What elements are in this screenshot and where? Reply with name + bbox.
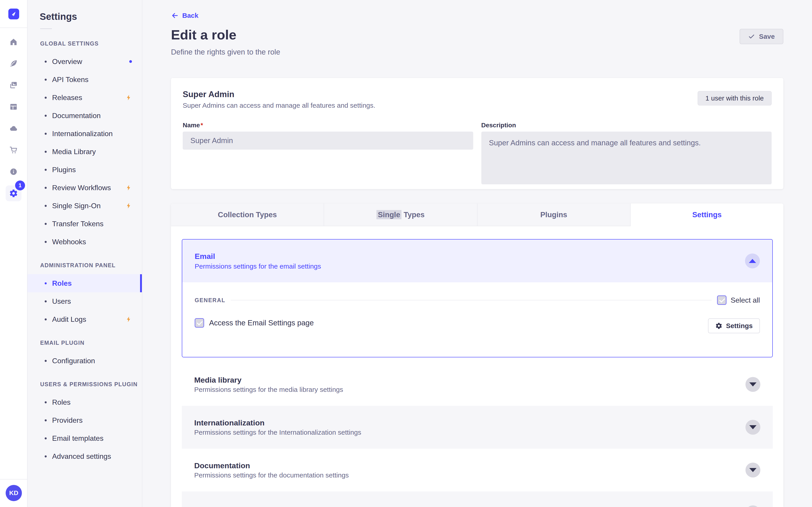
content-type-builder-icon[interactable]	[9, 103, 18, 111]
role-info-card: Super Admin Super Admins can access and …	[171, 78, 783, 189]
notification-dot-icon	[129, 60, 132, 63]
email-panel-title: Email	[195, 252, 772, 261]
save-label: Save	[759, 33, 775, 40]
sidebar-item[interactable]: Advanced settings	[28, 447, 142, 465]
sidebar-item[interactable]: Providers	[28, 411, 142, 429]
sidebar-item-label: Media Library	[52, 148, 96, 156]
email-permissions-panel: Email Permissions settings for the email…	[182, 239, 773, 357]
bullet-dot	[45, 79, 47, 81]
tab-settings[interactable]: Settings	[631, 204, 783, 226]
email-panel-body: GENERAL Select all Access the Email Sett…	[182, 282, 772, 357]
lightning-icon	[125, 203, 132, 209]
sidebar-item[interactable]: Roles	[28, 393, 142, 411]
description-field-group: Description Super Admins can access and …	[481, 122, 772, 185]
home-icon[interactable]	[9, 38, 18, 46]
media-library-icon[interactable]	[9, 81, 18, 90]
tab-single-types[interactable]: Single Types	[324, 204, 477, 226]
sidebar-item-label: Releases	[52, 94, 82, 102]
user-avatar[interactable]: KD	[6, 485, 22, 501]
permissions-tabbar: Collection Types Single Types Plugins Se…	[171, 204, 783, 226]
sidebar-item[interactable]: Releases	[28, 89, 142, 107]
email-settings-button[interactable]: Settings	[708, 319, 760, 333]
bullet-dot	[45, 61, 47, 63]
sidebar-item[interactable]: Plugins	[28, 161, 142, 179]
sidebar-item[interactable]: Audit Logs	[28, 310, 142, 328]
users-permissions-list: Roles Providers Email templates Advanc	[28, 393, 142, 465]
role-description-textarea[interactable]: Super Admins can access and manage all f…	[481, 131, 772, 184]
sidebar-title: Settings	[40, 11, 142, 22]
bullet-dot	[45, 97, 47, 99]
section-label-global-settings: GLOBAL SETTINGS	[40, 40, 142, 47]
access-email-settings-checkbox[interactable]	[195, 318, 204, 328]
permission-row-title: Internationalization	[194, 418, 773, 428]
permissions-row-list: Media library Permissions settings for t…	[182, 363, 773, 507]
bullet-dot	[45, 241, 47, 243]
sidebar-item-label: Roles	[52, 398, 70, 406]
content-manager-feather-icon[interactable]	[9, 59, 18, 68]
section-label-administration-panel: ADMINISTRATION PANEL	[40, 262, 142, 269]
expand-row-button[interactable]	[746, 420, 760, 435]
sidebar-item[interactable]: Roles	[28, 274, 142, 292]
sidebar-item[interactable]: Overview	[28, 53, 142, 70]
sidebar-item[interactable]: Media Library	[28, 143, 142, 161]
chevron-down-icon	[749, 382, 757, 386]
expand-row-button[interactable]	[746, 505, 760, 507]
select-all-checkbox[interactable]	[717, 295, 726, 305]
sidebar-item-label: Users	[52, 297, 71, 305]
bullet-dot	[45, 115, 47, 117]
bullet-dot	[45, 187, 47, 189]
settings-gear-icon[interactable]: 1	[6, 185, 21, 201]
sidebar-item[interactable]: API Tokens	[28, 70, 142, 89]
users-with-role-button[interactable]: 1 user with this role	[698, 91, 772, 105]
sidebar-item[interactable]: Review Workflows	[28, 179, 142, 197]
sidebar-item[interactable]: Users	[28, 292, 142, 310]
info-icon[interactable]	[9, 167, 18, 176]
email-panel-header[interactable]: Email Permissions settings for the email…	[182, 239, 772, 282]
sidebar-item-label: Providers	[52, 416, 83, 425]
bullet-dot	[45, 419, 47, 421]
permission-row-subtitle: Permissions settings for the Internation…	[194, 428, 773, 437]
bullet-dot	[45, 205, 47, 207]
marketplace-cart-icon[interactable]	[9, 146, 18, 154]
section-label-users-permissions-plugin: USERS & PERMISSIONS PLUGIN	[40, 381, 142, 388]
collapse-email-panel-button[interactable]	[745, 253, 760, 268]
sidebar-item-label: Advanced settings	[52, 452, 111, 461]
permission-row[interactable]: Internationalization Permissions setting…	[182, 406, 773, 449]
bullet-dot	[45, 455, 47, 457]
permission-row[interactable]: Documentation Permissions settings for t…	[182, 449, 773, 492]
expand-row-button[interactable]	[746, 463, 760, 477]
permission-row[interactable]: Plugins and marketplace	[182, 492, 773, 507]
expand-row-button[interactable]	[746, 377, 760, 392]
role-name-input[interactable]	[183, 131, 473, 150]
sidebar-item-label: Configuration	[52, 357, 95, 365]
sidebar-item[interactable]: Webhooks	[28, 233, 142, 251]
access-email-settings-label: Access the Email Settings page	[209, 319, 314, 327]
notification-badge: 1	[15, 180, 25, 190]
sidebar-item-label: Documentation	[52, 112, 101, 120]
email-plugin-list: Configuration	[28, 352, 142, 370]
bullet-dot	[45, 401, 47, 403]
page-title: Edit a role	[171, 27, 236, 43]
sidebar-item[interactable]: Single Sign-On	[28, 197, 142, 215]
required-asterisk: *	[201, 122, 203, 129]
description-label: Description	[481, 122, 516, 129]
sidebar-item[interactable]: Documentation	[28, 107, 142, 125]
select-all-group: Select all	[717, 295, 760, 305]
settings-sidebar: Settings GLOBAL SETTINGS Overview API To…	[28, 0, 142, 507]
sidebar-item[interactable]: Email templates	[28, 429, 142, 447]
role-title: Super Admin	[183, 89, 772, 100]
bullet-dot	[45, 437, 47, 439]
sidebar-item[interactable]: Transfer Tokens	[28, 215, 142, 233]
save-button[interactable]: Save	[740, 29, 783, 44]
tab-collection-types[interactable]: Collection Types	[171, 204, 324, 226]
sidebar-item[interactable]: Configuration	[28, 352, 142, 370]
tab-plugins[interactable]: Plugins	[477, 204, 631, 226]
permission-row-title: Media library	[194, 375, 773, 385]
general-section-label: GENERAL	[195, 297, 225, 303]
permission-row[interactable]: Media library Permissions settings for t…	[182, 363, 773, 406]
email-settings-button-label: Settings	[726, 322, 753, 330]
sidebar-item[interactable]: Internationalization	[28, 125, 142, 143]
deploy-cloud-icon[interactable]	[9, 124, 18, 133]
back-link[interactable]: Back	[171, 12, 199, 19]
strapi-logo[interactable]	[8, 9, 19, 19]
